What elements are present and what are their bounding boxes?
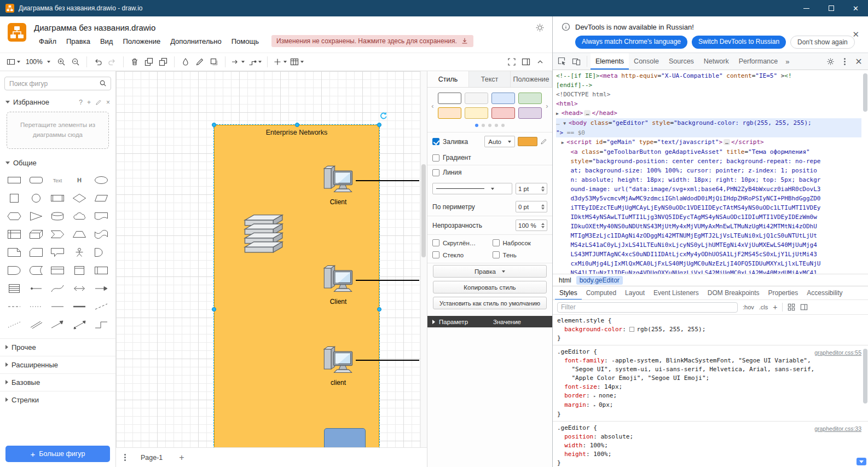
maximize-button[interactable] (819, 0, 843, 16)
shape-circle[interactable] (25, 189, 47, 207)
theme-button[interactable] (535, 23, 545, 34)
shape-bidirectional-connector[interactable] (68, 316, 90, 334)
preset-page-dot-3[interactable] (495, 124, 498, 127)
preset-page-dot-0[interactable] (475, 124, 478, 127)
code-line-3[interactable]: <html> (556, 99, 861, 108)
zoom-in-button[interactable] (55, 55, 68, 69)
banner-button-2[interactable]: Don't show again (790, 36, 855, 49)
menu-item-0[interactable]: Файл (34, 36, 61, 47)
partial-node[interactable] (324, 428, 366, 447)
code-line-18[interactable]: MS4zLS41aC0yLjJxLS41LTEuNi0xLjcyNS0yLjhU… (556, 240, 861, 250)
shadow-button[interactable] (207, 55, 221, 69)
styles-scrollbar[interactable] (863, 316, 867, 466)
favorites-drop-area[interactable]: Перетащите элементы из диаграммы сюда (7, 112, 109, 149)
redo-button[interactable] (106, 55, 119, 69)
selection-handle[interactable] (212, 307, 216, 312)
shape-dashed-line[interactable] (3, 298, 25, 316)
fullscreen-button[interactable] (505, 55, 518, 69)
sidebar-section-2[interactable]: Базовые (0, 373, 115, 391)
banner-close-icon[interactable]: ✕ (852, 30, 859, 39)
new-style-rule-button[interactable]: + (773, 303, 777, 312)
style-line-10[interactable]: margin: ▸ 0px; (557, 401, 863, 410)
devtools-tab-elements[interactable]: Elements (591, 53, 629, 70)
perimeter-input[interactable]: 0 pt (516, 201, 547, 212)
sidebar-section-3[interactable]: Стрелки (0, 391, 115, 408)
styles-tab-layout[interactable]: Layout (621, 286, 649, 300)
shape-arrow[interactable] (90, 280, 112, 298)
preset-swatch-3[interactable] (518, 93, 542, 104)
shape-parallelogram[interactable] (90, 189, 112, 207)
code-line-16[interactable]: IDkuOXEtMy40NS0uNDUtNS43MjUtMy4xMjVUMyAx… (556, 222, 861, 231)
shape-dashed-edge[interactable] (90, 298, 112, 316)
devtools-close-button[interactable]: ✕ (852, 54, 866, 68)
devtools-menu-button[interactable] (837, 54, 852, 68)
code-line-11[interactable]: n: absolute; height: 18px; width: 18px; … (556, 175, 861, 185)
client-node-3[interactable]: client (321, 345, 355, 387)
general-section-header[interactable]: Общие (0, 154, 115, 171)
undo-button[interactable] (91, 55, 105, 69)
selection-handle[interactable] (377, 307, 381, 312)
shape-vertical-container[interactable] (68, 262, 90, 280)
shape-bidirectional-arrow[interactable] (68, 280, 90, 298)
shape-link[interactable] (25, 316, 47, 334)
line-width-input[interactable]: 1 pt (516, 183, 547, 194)
styles-tab-properties[interactable]: Properties (764, 286, 803, 300)
container-node-enterprise-networks[interactable]: Enterprise Networks (214, 125, 379, 447)
shape-list[interactable] (3, 280, 25, 298)
shape-step[interactable] (47, 226, 69, 244)
scrollbar-thumb[interactable] (421, 164, 426, 257)
scroll-down-button[interactable] (857, 458, 866, 465)
canvas-vertical-scrollbar[interactable] (420, 71, 427, 447)
shape-curve[interactable] (47, 280, 69, 298)
shape-text[interactable]: Text (47, 171, 69, 189)
style-line-0[interactable]: element.style { (557, 316, 863, 325)
pages-menu-button[interactable] (123, 452, 128, 463)
code-line-19[interactable]: LS43MTJUMTAgNC4xcS0uNDI1IDAtLjcxMy4yODhU… (556, 250, 861, 259)
code-line-6[interactable]: "> == $0 (556, 128, 861, 137)
shape-line[interactable] (47, 298, 69, 316)
view-panels-button[interactable] (5, 55, 21, 69)
styles-tab-accessibility[interactable]: Accessibility (802, 286, 847, 300)
shape-cloud[interactable] (68, 207, 90, 226)
style-line-7[interactable]: "Apple Color Emoji", "Segoe UI Emoji"; (557, 374, 863, 383)
waypoints-button[interactable] (247, 55, 263, 69)
page-tab[interactable]: Page-1 (136, 452, 167, 464)
style-line-9[interactable]: border: ▸ none; (557, 391, 863, 401)
preset-swatch-1[interactable] (465, 93, 488, 104)
style-option-3[interactable]: Тень (493, 251, 548, 258)
shape-actor[interactable] (68, 244, 90, 262)
code-line-15[interactable]: IDktMS4yNSAwLTIuMTI1Ljg3NVQ5IDEycTAgMS4y… (556, 212, 861, 222)
css-source-link[interactable]: grapheditor.css:33 (814, 424, 861, 433)
edit-fill-icon[interactable] (540, 138, 547, 145)
edge[interactable] (356, 280, 419, 281)
style-line-1[interactable]: background-color: rgb(255, 255, 255); (557, 325, 863, 334)
style-option-2[interactable]: Стекло (432, 251, 490, 258)
breadcrumb-0[interactable]: html (555, 276, 575, 285)
code-line-9[interactable]: style="background-position: center cente… (556, 157, 861, 166)
rotate-handle[interactable] (379, 111, 387, 122)
style-line-2[interactable]: } (557, 334, 863, 343)
style-line-5[interactable]: font-family: -apple-system, BlinkMacSyst… (557, 356, 863, 365)
shape-square[interactable] (3, 189, 25, 207)
stepper-icon[interactable] (541, 186, 545, 192)
shape-rounded-rectangle[interactable] (25, 171, 47, 189)
style-line-6[interactable]: "Segoe UI", system-ui, ui-sans-serif, He… (557, 365, 863, 374)
devtools-tab-sources[interactable]: Sources (664, 53, 699, 70)
client-node-2[interactable]: Client (321, 264, 355, 305)
preset-page-dot-1[interactable] (482, 124, 485, 127)
scrollbar-thumb[interactable] (863, 349, 867, 403)
code-line-20[interactable]: cxMi0uMjg4LjIxMlQxMCA0LjFxLS40MjUgMC0uNz… (556, 259, 861, 268)
close-button[interactable]: ✕ (843, 0, 868, 16)
code-line-14[interactable]: iTTEyIDEzcTEuMjUgMCAyLjEyNS0uODc1VDE1IDE… (556, 203, 861, 212)
style-line-17[interactable]: } (557, 459, 863, 467)
minimize-button[interactable] (794, 0, 819, 16)
server-node[interactable] (240, 210, 288, 257)
style-option-1[interactable]: Набросок (493, 239, 548, 246)
diagram-canvas[interactable]: Enterprise Networks (116, 71, 427, 447)
shape-internal-storage[interactable] (3, 226, 25, 244)
shape-ellipse[interactable] (90, 171, 112, 189)
shape-bold-line[interactable] (68, 298, 90, 316)
shape-card[interactable] (25, 244, 47, 262)
preset-swatch-7[interactable] (518, 107, 542, 119)
code-line-21[interactable]: NS41LTIuNzI1IDEuNzg4VDUgOXYuNUgzLjVxLS42… (556, 268, 861, 274)
